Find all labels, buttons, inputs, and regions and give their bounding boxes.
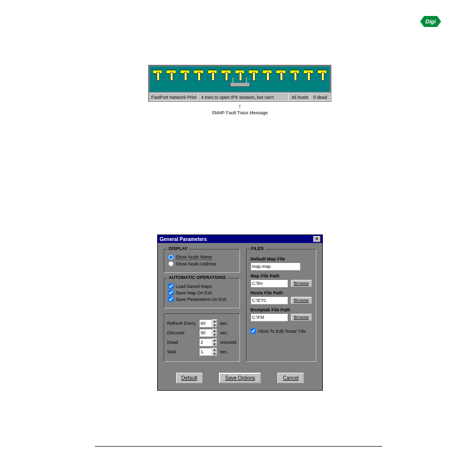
status-dead: 0 dead xyxy=(311,93,331,101)
host-icon xyxy=(261,68,273,83)
host-icon xyxy=(234,68,246,83)
spin-down-icon[interactable]: ▼ xyxy=(212,333,217,337)
dead-spinner[interactable]: ▲▼ xyxy=(199,338,217,346)
browse-button[interactable]: Browse xyxy=(291,314,312,321)
checkbox-input[interactable] xyxy=(168,283,174,289)
refresh-spinner[interactable]: ▲▼ xyxy=(199,319,217,327)
check-label: Save Parameters On Exit xyxy=(176,297,227,302)
cancel-button[interactable]: Cancel xyxy=(277,373,304,383)
page-divider xyxy=(95,446,382,447)
status-device: FastPort Network Print Serv. xyxy=(149,93,199,101)
refresh-input[interactable] xyxy=(199,319,212,327)
checkbox-input[interactable] xyxy=(250,328,256,334)
timing-group: Refresh Every ▲▼ sec. Discover ▲▼ sec. xyxy=(164,313,240,362)
hosts-path-input[interactable] xyxy=(250,296,288,304)
display-group: DISPLAY Show Node Name Show Node Address xyxy=(164,249,240,273)
radio-label: Show Node Name xyxy=(176,254,212,260)
default-map-label: Default Map File xyxy=(250,256,312,261)
map-window: FastPort Network Print Serv. 4 tries to … xyxy=(148,65,331,102)
browse-button[interactable]: Browse xyxy=(291,280,312,287)
dialog-title: General Parameters xyxy=(160,237,207,242)
digi-logo: Digi xyxy=(420,14,441,29)
discover-spinner[interactable]: ▲▼ xyxy=(199,329,217,337)
spin-up-icon[interactable]: ▲ xyxy=(212,329,217,333)
map-path-input[interactable] xyxy=(250,279,288,287)
host-icons xyxy=(151,68,328,83)
wait-spinner[interactable]: ▲▼ xyxy=(199,348,217,356)
spin-up-icon[interactable]: ▲ xyxy=(212,338,217,342)
status-bar: FastPort Network Print Serv. 4 tries to … xyxy=(149,93,331,101)
default-button[interactable]: Default xyxy=(176,373,203,383)
check-save-params-on-exit[interactable]: Save Parameters On Exit xyxy=(168,296,236,302)
radio-input[interactable] xyxy=(168,261,174,266)
save-options-button[interactable]: Save Options xyxy=(219,373,261,383)
check-save-map-on-exit[interactable]: Save Map On Exit xyxy=(168,290,236,295)
fault-caption: SNMP Fault Trace Message xyxy=(148,103,331,115)
check-label: Load Saved Maps xyxy=(176,284,212,289)
check-load-saved-maps[interactable]: Load Saved Maps xyxy=(168,283,236,289)
host-icon xyxy=(165,68,177,83)
status-message: 4 tries to open IPX session, but can't xyxy=(199,93,289,101)
radio-show-node-name[interactable]: Show Node Name xyxy=(168,254,236,260)
boot-path-label: Bootptab File Path xyxy=(250,307,312,312)
unit-unicasts: unicasts xyxy=(220,340,237,345)
host-icon xyxy=(288,68,301,83)
host-icon xyxy=(274,68,287,83)
host-icon xyxy=(316,68,328,83)
unit-sec: sec. xyxy=(220,321,229,326)
spin-down-icon[interactable]: ▼ xyxy=(212,352,217,356)
dead-label: Dead xyxy=(167,340,197,345)
host-icon xyxy=(179,68,191,83)
dead-input[interactable] xyxy=(199,338,212,346)
hosts-path-label: Hosts File Path xyxy=(250,290,312,295)
dialog-titlebar: General Parameters × xyxy=(158,235,322,243)
host-icon xyxy=(247,68,259,83)
refresh-label: Refresh Every xyxy=(167,321,197,326)
fault-trace-figure: FastPort Network Print Serv. 4 tries to … xyxy=(148,65,331,115)
browse-button[interactable]: Browse xyxy=(291,297,312,304)
radio-show-node-address[interactable]: Show Node Address xyxy=(168,261,236,266)
unit-sec: sec. xyxy=(220,330,229,335)
display-legend: DISPLAY xyxy=(167,246,189,251)
spin-up-icon[interactable]: ▲ xyxy=(212,348,217,352)
spin-down-icon[interactable]: ▼ xyxy=(212,323,217,327)
checkbox-input[interactable] xyxy=(168,290,174,295)
general-parameters-dialog: General Parameters × DISPLAY Show Node N… xyxy=(157,235,323,391)
default-map-input[interactable] xyxy=(250,262,300,270)
spin-down-icon[interactable]: ▼ xyxy=(212,342,217,346)
host-icon xyxy=(192,68,205,83)
host-icon xyxy=(220,68,232,83)
auto-legend: AUTOMATIC OPERATIONS xyxy=(167,275,228,280)
map-path-label: Map File Path xyxy=(250,273,312,278)
host-icon xyxy=(302,68,314,83)
unit-sec: sec. xyxy=(220,349,229,354)
radio-label: Show Node Address xyxy=(176,261,217,266)
check-label: Allow To Edit 'hosts' File xyxy=(258,329,306,334)
boot-path-input[interactable] xyxy=(250,313,288,321)
status-hosts: 45 hosts xyxy=(289,93,311,101)
checkbox-input[interactable] xyxy=(168,296,174,302)
radio-input[interactable] xyxy=(168,254,174,260)
files-group: FILES Default Map File Map File Path Bro… xyxy=(246,249,316,362)
wait-label: Wait xyxy=(167,349,197,354)
check-allow-edit-hosts[interactable]: Allow To Edit 'hosts' File xyxy=(250,328,312,334)
discover-label: Discover xyxy=(167,330,197,335)
logo-text: Digi xyxy=(426,18,437,24)
automatic-operations-group: AUTOMATIC OPERATIONS Load Saved Maps Sav… xyxy=(164,278,240,308)
discover-input[interactable] xyxy=(199,329,212,337)
files-legend: FILES xyxy=(249,246,265,251)
spin-up-icon[interactable]: ▲ xyxy=(212,319,217,323)
host-icon xyxy=(151,68,164,83)
wait-input[interactable] xyxy=(199,348,212,356)
check-label: Save Map On Exit xyxy=(176,290,212,295)
close-icon[interactable]: × xyxy=(313,236,320,242)
host-icon xyxy=(206,68,219,83)
